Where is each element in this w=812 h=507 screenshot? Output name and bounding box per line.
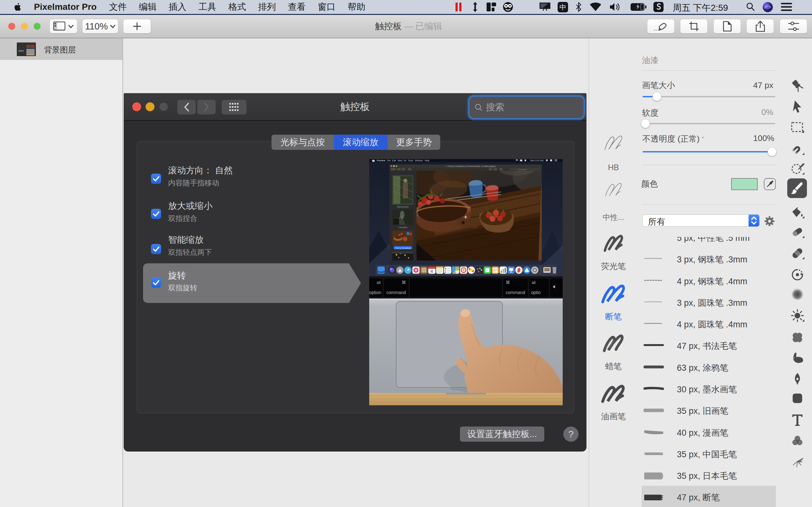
svg-text:Window: Window	[415, 159, 423, 162]
svg-text:command: command	[386, 290, 406, 295]
svg-text:Help: Help	[425, 159, 429, 162]
svg-text:⌘: ⌘	[402, 280, 406, 285]
svg-text:Tools: Tools	[408, 159, 413, 162]
svg-text:Edit: Edit	[392, 159, 396, 162]
svg-text:~ Cherry tomatoes (4 documents: ~ Cherry tomatoes (4 documents, 4 total …	[445, 165, 496, 168]
svg-text:...: ...	[654, 25, 659, 32]
svg-text:Backwoods: Backwoods	[397, 206, 409, 208]
svg-text:Campfire: Campfire	[398, 226, 408, 229]
svg-text:Preview: Preview	[377, 159, 386, 162]
svg-text:command: command	[506, 290, 525, 295]
svg-text:4: 4	[430, 269, 433, 274]
svg-text:alt: alt	[376, 280, 380, 285]
svg-text:File: File	[387, 159, 391, 162]
svg-text:View: View	[397, 159, 403, 162]
svg-text:option: option	[369, 290, 381, 295]
svg-text:Mon 9:41 AM: Mon 9:41 AM	[530, 159, 543, 162]
svg-text:⌘: ⌘	[506, 280, 510, 285]
svg-text:Q Search: Q Search	[518, 169, 526, 170]
svg-text:optio: optio	[531, 290, 541, 295]
svg-text:中: 中	[560, 3, 566, 11]
svg-text:alt: alt	[531, 280, 536, 285]
svg-text:Go: Go	[403, 159, 406, 162]
svg-text:Cherry tomatoes: Cherry tomatoes	[395, 247, 411, 249]
